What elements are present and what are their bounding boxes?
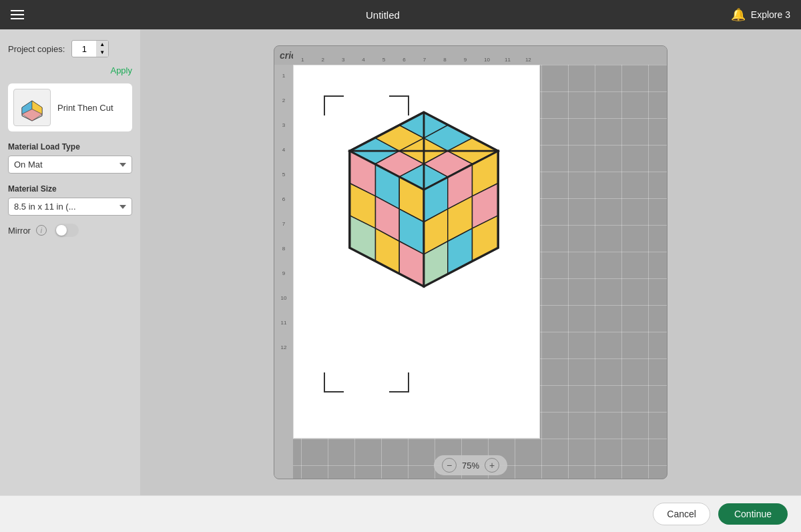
project-copies-row: Project copies: ▲ ▼ [8, 40, 132, 57]
material-label: Print Then Cut [57, 103, 113, 113]
material-load-type-label: Material Load Type [8, 142, 132, 152]
document-title: Untitled [35, 9, 731, 21]
material-card: Print Then Cut [8, 83, 132, 131]
corner-bracket-bl [324, 372, 344, 392]
rubiks-cube-image [327, 99, 521, 326]
copies-arrows: ▲ ▼ [96, 41, 108, 57]
zoom-out-button[interactable]: − [442, 458, 457, 473]
corner-bracket-br [389, 372, 409, 392]
main-layout: Project copies: ▲ ▼ Apply [0, 29, 801, 495]
paper-area [293, 65, 540, 439]
cutting-mat: cricut [274, 45, 668, 479]
menu-icon[interactable] [11, 10, 24, 19]
footer: Cancel Continue [0, 495, 801, 532]
material-size-select[interactable]: 8.5 in x 11 in (... 12 in x 12 in Custom [8, 198, 132, 216]
sidebar: Project copies: ▲ ▼ Apply [0, 29, 140, 495]
ruler-left: 1 2 3 4 5 6 7 8 9 10 11 12 [274, 65, 293, 479]
material-size-label: Material Size [8, 184, 132, 194]
material-load-type-section: Material Load Type On Mat Roll Feed [8, 140, 132, 174]
explore-label: Explore 3 [751, 9, 790, 20]
header-right: 🔔 Explore 3 [731, 7, 790, 22]
ruler-top: 1 2 3 4 5 6 7 8 9 10 11 12 [293, 46, 667, 65]
canvas-area: cricut [140, 29, 801, 495]
continue-button[interactable]: Continue [718, 503, 788, 525]
cancel-button[interactable]: Cancel [653, 503, 710, 525]
mirror-info-icon[interactable]: i [36, 225, 47, 236]
mirror-toggle[interactable] [55, 224, 79, 237]
material-size-section: Material Size 8.5 in x 11 in (... 12 in … [8, 182, 132, 216]
thumbnail-image [15, 91, 49, 124]
material-load-type-select[interactable]: On Mat Roll Feed [8, 156, 132, 174]
app-header: Untitled 🔔 Explore 3 [0, 0, 801, 29]
copies-input-group: ▲ ▼ [71, 40, 109, 57]
project-copies-label: Project copies: [8, 44, 65, 54]
copies-down-button[interactable]: ▼ [96, 49, 108, 57]
copies-input[interactable] [72, 43, 96, 55]
zoom-controls: − 75% + [434, 455, 507, 475]
zoom-level-label: 75% [462, 461, 479, 471]
mirror-row: Mirror i [8, 224, 132, 237]
apply-button[interactable]: Apply [110, 65, 132, 75]
copies-up-button[interactable]: ▲ [96, 41, 108, 49]
notification-icon[interactable]: 🔔 [731, 7, 746, 22]
mirror-label: Mirror [8, 226, 31, 236]
zoom-in-button[interactable]: + [485, 458, 499, 473]
material-thumbnail [13, 89, 51, 126]
